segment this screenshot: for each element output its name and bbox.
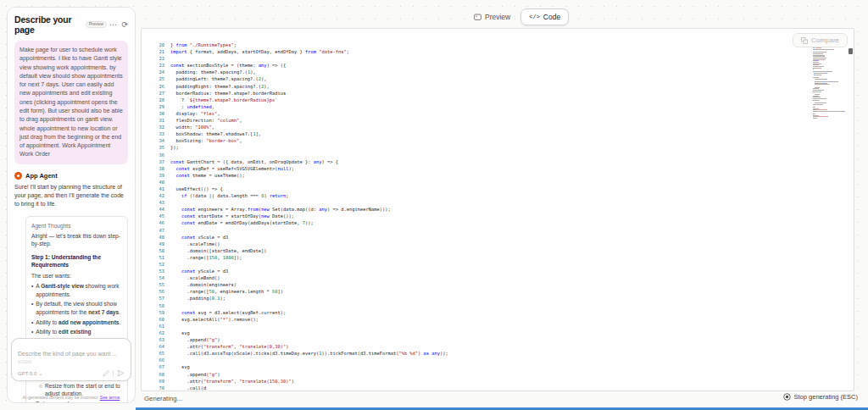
code-line: 29 : undefined, [142, 103, 845, 110]
line-number: 53 [142, 268, 170, 274]
line-number: 66 [142, 357, 170, 363]
line-number: 68 [142, 371, 170, 378]
line-number: 41 [142, 186, 170, 192]
line-number: 25 [142, 75, 170, 82]
stop-generating-button[interactable]: Stop generating (ESC) [783, 393, 858, 401]
line-number: 22 [142, 55, 170, 62]
line-number: 45 [142, 213, 170, 219]
line-number: 29 [142, 103, 170, 110]
code-line: 30 display: "flex", [142, 110, 845, 117]
code-line: 21import { format, addDays, startOfDay, … [142, 48, 845, 55]
generating-status: Generating... [144, 395, 182, 402]
line-number: 37 [142, 158, 170, 165]
line-number: 34 [142, 137, 170, 144]
sidebar-header: Describe your page Preview ⋯ ⟳ [14, 14, 128, 35]
bullet-item: •Ability to add new appointments. [31, 319, 122, 326]
agent-name: App Agent [25, 172, 58, 180]
see-terms-link[interactable]: See terms [100, 395, 120, 400]
more-options-icon[interactable]: ⋯ [109, 22, 118, 27]
line-number: 54 [142, 274, 170, 281]
code-line: 23const sectionBoxStyle = (theme: any) =… [142, 62, 845, 69]
code-line: 37const GanttChart = ({ data, onEdit, on… [142, 158, 845, 165]
scrollbar-thumb[interactable] [849, 48, 853, 54]
line-number: 44 [142, 206, 170, 213]
line-number: 47 [142, 227, 170, 234]
code-lines[interactable]: 20} from "./RuntimeTypes";21import { for… [142, 29, 845, 391]
refresh-icon[interactable]: ⟳ [121, 21, 128, 29]
code-editor-panel: Compare 20} from "./RuntimeTypes";21impo… [141, 28, 854, 391]
line-number: 50 [142, 247, 170, 254]
code-line: 57 .padding(0.1); [142, 295, 845, 302]
minimap[interactable] [813, 47, 845, 119]
line-number: 56 [142, 288, 170, 295]
line-number: 35 [142, 144, 170, 151]
line-number: 21 [142, 48, 170, 55]
code-line: 36 [142, 152, 845, 158]
code-line: 61 [142, 323, 845, 330]
compare-button[interactable]: Compare [793, 33, 848, 47]
code-line: 67 svg [142, 363, 845, 370]
agent-header: App Agent [14, 172, 128, 180]
step1-title: Step 1: Understanding the Requirements [31, 253, 122, 269]
code-line: 64 .attr("transform", "translate(0,30)") [142, 343, 845, 350]
preview-tab[interactable]: Preview [465, 8, 519, 25]
code-tab[interactable]: </> Code [520, 8, 569, 25]
line-number: 27 [142, 90, 170, 97]
send-icon[interactable] [117, 369, 125, 377]
preview-badge: Preview [86, 21, 107, 29]
code-line: 49 .scaleTime() [142, 241, 845, 247]
user-prompt-message: Make page for user to schedule work appo… [14, 41, 128, 164]
line-number: 28 [142, 97, 170, 103]
chat-input-card: 0/10000 GPT-5.0⌄ [11, 338, 131, 381]
page-description-input[interactable] [18, 351, 125, 357]
code-line: 27 borderRadius: theme?.shape?.borderRad… [142, 90, 845, 97]
pencil-icon[interactable] [103, 370, 109, 377]
line-number: 42 [142, 192, 170, 199]
code-line: 24 padding: theme?.spacing?.(1), [142, 69, 845, 75]
step1-lead: The user wants: [31, 272, 122, 280]
line-number: 52 [142, 261, 170, 268]
line-number: 33 [142, 130, 170, 137]
line-number: 65 [142, 350, 170, 357]
line-number: 51 [142, 254, 170, 261]
code-line: 58 [142, 302, 845, 309]
code-line: 50 .domain([startDate, endDate]) [142, 247, 845, 254]
editor-scrollbar[interactable] [848, 29, 854, 391]
code-line: 41 useEffect(() => { [142, 186, 845, 192]
line-number: 62 [142, 330, 170, 336]
code-line: 48 const xScale = d3 [142, 234, 845, 241]
line-number: 26 [142, 83, 170, 90]
code-line: 45 const startDate = startOfDay(new Date… [142, 213, 845, 219]
code-line: 42 if (!data || data.length === 0) retur… [142, 192, 845, 199]
line-number: 63 [142, 336, 170, 343]
code-line: 53 const yScale = d3 [142, 268, 845, 274]
code-line: 20} from "./RuntimeTypes"; [142, 42, 845, 48]
code-line: 69 .attr("transform", "translate(150,30)… [142, 378, 845, 385]
panel-title: Describe your page [14, 14, 83, 35]
bullet-item: •A Gantt-style view showing work appoint… [31, 282, 122, 298]
code-line: 38 const svgRef = useRef<SVGSVGElement>(… [142, 165, 845, 172]
line-number: 58 [142, 302, 170, 309]
code-line: 70 .call(d [142, 385, 845, 391]
minimap-row [813, 118, 845, 119]
agent-reply-text: Sure! I'll start by planning the structu… [14, 183, 128, 209]
line-number: 20 [142, 42, 170, 48]
code-line: 66 [142, 357, 845, 363]
code-line: 46 const endDate = endOfDay(addDays(star… [142, 219, 845, 226]
line-number: 46 [142, 219, 170, 226]
code-line: 44 const engineers = Array.from(new Set(… [142, 206, 845, 213]
model-select[interactable]: GPT-5.0⌄ [18, 370, 42, 376]
code-line: 28 ? `${theme?.shape?.borderRadius}px` [142, 97, 845, 103]
disclaimer: AI-generated content may be incorrect. S… [8, 395, 135, 400]
bullet-item: •Data comes from tp_workappointment and … [31, 400, 122, 403]
code-line: 56 .range([50, engineers.length * 60]) [142, 288, 845, 295]
code-line: 34 boxSizing: "border-box", [142, 137, 845, 144]
line-number: 57 [142, 295, 170, 302]
character-counter: 0/10000 [18, 360, 125, 364]
line-number: 69 [142, 378, 170, 385]
line-number: 48 [142, 234, 170, 241]
code-line: 52 [142, 261, 845, 268]
code-line: 35}); [142, 144, 845, 151]
line-number: 67 [142, 363, 170, 370]
code-line: 26 paddingRight: theme?.spacing?.(2), [142, 83, 845, 90]
